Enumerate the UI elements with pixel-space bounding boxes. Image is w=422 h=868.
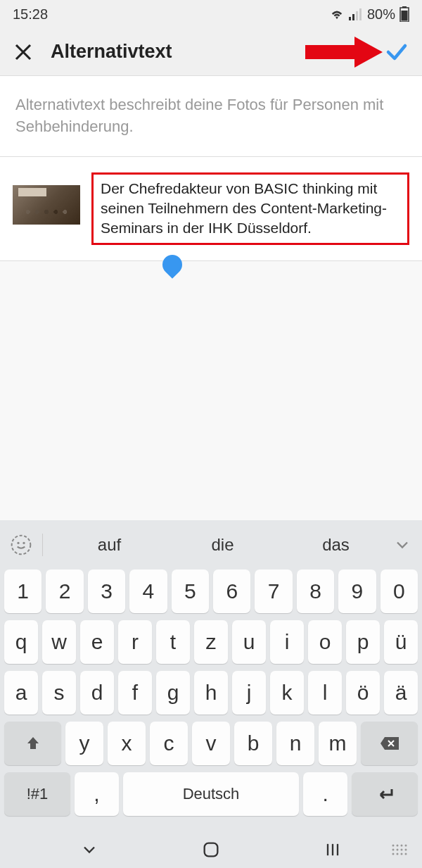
key-u[interactable]: u — [232, 620, 266, 664]
svg-point-17 — [397, 845, 399, 847]
svg-point-25 — [397, 853, 399, 855]
key-ue[interactable]: ü — [384, 620, 418, 664]
svg-point-11 — [23, 542, 25, 544]
svg-rect-3 — [359, 8, 362, 20]
svg-point-18 — [401, 845, 403, 847]
page-title: Alternativtext — [51, 41, 172, 63]
key-space[interactable]: Deutsch — [123, 772, 300, 816]
description-text: Alternativtext beschreibt deine Fotos fü… — [0, 76, 422, 157]
key-n[interactable]: n — [276, 722, 314, 765]
alt-text-highlight-box: Der Chefredakteur von BASIC thinking mit… — [91, 172, 409, 245]
key-e[interactable]: e — [80, 620, 114, 664]
key-r[interactable]: r — [118, 620, 152, 664]
header-bar: Alternativtext — [0, 28, 422, 76]
suggestion-1[interactable]: auf — [53, 535, 166, 555]
svg-rect-1 — [352, 14, 354, 20]
suggestion-2[interactable]: die — [166, 535, 279, 555]
key-1[interactable]: 1 — [4, 570, 41, 613]
status-bar: 15:28 80% — [0, 0, 422, 28]
key-a[interactable]: a — [4, 671, 38, 715]
photo-thumbnail — [13, 185, 80, 225]
key-backspace[interactable] — [361, 722, 418, 765]
battery-percentage: 80% — [367, 6, 395, 23]
svg-point-19 — [405, 845, 407, 847]
key-z[interactable]: z — [194, 620, 228, 664]
keyboard-toggle-icon[interactable] — [391, 843, 408, 856]
key-row-2: q w e r t z u i o p ü — [4, 620, 418, 664]
alt-text-row: Der Chefredakteur von BASIC thinking mit… — [0, 157, 422, 261]
svg-rect-0 — [349, 17, 351, 20]
key-row-4: y x c v b n m — [4, 722, 418, 765]
svg-point-23 — [405, 849, 407, 851]
key-8[interactable]: 8 — [297, 570, 334, 613]
keyboard: auf die das 1 2 3 4 5 6 7 8 9 0 q w e r … — [0, 520, 422, 831]
key-9[interactable]: 9 — [338, 570, 376, 613]
key-m[interactable]: m — [319, 722, 357, 765]
svg-point-22 — [401, 849, 403, 851]
alt-text-input[interactable]: Der Chefredakteur von BASIC thinking mit… — [101, 179, 400, 239]
key-0[interactable]: 0 — [381, 570, 418, 613]
svg-rect-2 — [356, 11, 358, 20]
chevron-down-icon[interactable] — [392, 535, 412, 555]
nav-recent-icon[interactable] — [323, 840, 343, 860]
key-l[interactable]: l — [308, 671, 342, 715]
key-d[interactable]: d — [80, 671, 114, 715]
close-icon[interactable] — [13, 42, 34, 63]
key-ae[interactable]: ä — [384, 671, 418, 715]
suggestion-row: auf die das — [4, 526, 418, 564]
key-t[interactable]: t — [156, 620, 190, 664]
key-o[interactable]: o — [308, 620, 342, 664]
key-p[interactable]: p — [346, 620, 380, 664]
status-time: 15:28 — [13, 6, 48, 23]
nav-back-icon[interactable] — [79, 840, 99, 860]
key-7[interactable]: 7 — [255, 570, 292, 613]
key-w[interactable]: w — [42, 620, 76, 664]
signal-icon — [349, 8, 363, 20]
confirm-check-button[interactable] — [384, 39, 409, 65]
key-b[interactable]: b — [234, 722, 272, 765]
svg-point-16 — [392, 845, 395, 847]
key-j[interactable]: j — [232, 671, 266, 715]
key-3[interactable]: 3 — [88, 570, 125, 613]
svg-point-9 — [12, 536, 31, 555]
svg-rect-6 — [402, 11, 408, 21]
svg-marker-8 — [354, 37, 383, 68]
key-row-numbers: 1 2 3 4 5 6 7 8 9 0 — [4, 570, 418, 613]
svg-point-24 — [392, 853, 395, 855]
key-comma[interactable]: , — [75, 772, 119, 816]
key-6[interactable]: 6 — [213, 570, 250, 613]
key-h[interactable]: h — [194, 671, 228, 715]
text-cursor-handle[interactable] — [158, 251, 186, 279]
nav-bar — [0, 831, 422, 868]
key-enter[interactable] — [352, 772, 418, 816]
svg-point-10 — [17, 542, 19, 544]
sticker-icon[interactable] — [10, 534, 32, 556]
key-2[interactable]: 2 — [46, 570, 83, 613]
key-g[interactable]: g — [156, 671, 190, 715]
key-i[interactable]: i — [270, 620, 304, 664]
key-oe[interactable]: ö — [346, 671, 380, 715]
svg-point-21 — [397, 849, 399, 851]
key-v[interactable]: v — [192, 722, 230, 765]
wifi-icon — [329, 8, 345, 20]
nav-home-icon[interactable] — [201, 840, 221, 860]
key-c[interactable]: c — [150, 722, 188, 765]
status-right: 80% — [329, 6, 409, 23]
key-y[interactable]: y — [65, 722, 103, 765]
key-k[interactable]: k — [270, 671, 304, 715]
svg-point-27 — [405, 853, 407, 855]
key-5[interactable]: 5 — [172, 570, 209, 613]
battery-icon — [399, 6, 409, 22]
key-4[interactable]: 4 — [129, 570, 167, 613]
key-q[interactable]: q — [4, 620, 38, 664]
key-shift[interactable] — [4, 722, 61, 765]
key-row-5: !#1 , Deutsch . — [4, 772, 418, 816]
key-s[interactable]: s — [42, 671, 76, 715]
suggestion-3[interactable]: das — [279, 535, 392, 555]
key-symbols[interactable]: !#1 — [4, 772, 70, 816]
key-f[interactable]: f — [118, 671, 152, 715]
red-arrow-annotation — [305, 37, 383, 68]
svg-point-20 — [392, 849, 395, 851]
key-period[interactable]: . — [303, 772, 347, 816]
key-x[interactable]: x — [108, 722, 146, 765]
